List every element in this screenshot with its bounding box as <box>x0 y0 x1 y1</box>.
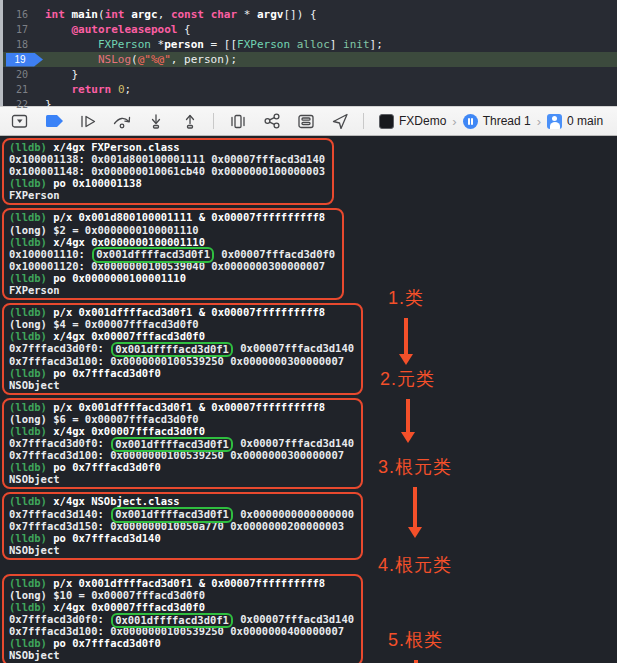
isa-highlight: 0x001dffffacd3d0f1 <box>111 437 233 453</box>
isa-highlight: 0x001dffffacd3d0f1 <box>111 613 233 629</box>
code-token: ( <box>131 53 138 66</box>
console-token: 0x00007fffacd3d140 <box>234 342 354 354</box>
console-token: FXPerson <box>9 284 60 296</box>
environment-overrides-icon[interactable] <box>295 112 316 130</box>
console-token: (long) $2 = 0x0000000100001110 <box>9 224 199 236</box>
code-token: , <box>158 8 171 21</box>
debug-console[interactable]: (lldb) x/4gx FXPerson.class0x100001138: … <box>0 136 617 663</box>
console-line: (lldb) po 0x7fffacd3d0f0 <box>9 637 354 649</box>
breadcrumb-thread-label: Thread 1 <box>483 114 531 128</box>
console-line: (lldb) p/x 0x001dffffacd3d0f1 & 0x00007f… <box>9 306 354 318</box>
console-token: (long) $6 = 0x00007fffacd3d0f0 <box>9 413 199 425</box>
console-token: (lldb) <box>9 401 53 413</box>
console-token: p/x 0x001dffffacd3d0f1 & 0x00007ffffffff… <box>53 577 325 589</box>
console-line: (lldb) po 0x100001138 <box>9 177 325 189</box>
console-line: 0x7fffacd3d0f0: 0x001dffffacd3d0f1 0x000… <box>9 437 354 449</box>
line-number: 20 <box>3 67 39 82</box>
code-token: return <box>72 83 112 96</box>
code-token <box>290 38 297 51</box>
console-token: (lldb) <box>9 330 53 342</box>
breadcrumb-frame[interactable]: 0 main <box>547 114 603 129</box>
console-line: (lldb) x/4gx NSObject.class <box>9 495 354 507</box>
console-token: po 0x7fffacd3d0f0 <box>53 367 160 379</box>
step-into-icon[interactable] <box>145 112 166 130</box>
code-line: 20 } <box>3 67 617 82</box>
console-token: (lldb) <box>9 177 53 189</box>
code-line: 22} <box>3 97 617 112</box>
code-token: NSLog <box>98 53 131 66</box>
console-token: NSObject <box>9 379 60 391</box>
console-line: (lldb) po 0x7fffacd3d0f0 <box>9 461 354 473</box>
console-line: (lldb) p/x 0x001dffffacd3d0f1 & 0x00007f… <box>9 401 354 413</box>
console-token: 0x100001148: 0x000000010061cb40 0x000000… <box>9 165 325 177</box>
console-token: NSObject <box>9 473 60 485</box>
code-token: ]; <box>370 38 383 51</box>
code-token: 0 <box>118 83 125 96</box>
code-token: FXPerson <box>237 38 290 51</box>
code-line: 1919 NSLog(@"%@", person); <box>3 52 617 67</box>
code-token: { <box>177 23 190 36</box>
console-token: 0x100001110: <box>9 248 91 260</box>
console-line: (lldb) po 0x0000000100001110 <box>9 272 335 284</box>
code-token <box>111 83 118 96</box>
code-token: * <box>151 38 164 51</box>
console-line: (long) $4 = 0x00007fffacd3d0f0 <box>9 318 354 330</box>
console-token: 0x7fffacd3d0f0: <box>9 437 110 449</box>
console-line: (lldb) x/4gx FXPerson.class <box>9 141 325 153</box>
code-token: = [[ <box>204 38 237 51</box>
code-token <box>45 38 98 51</box>
console-token: po 0x0000000100001110 <box>53 272 186 284</box>
console-line: FXPerson <box>9 189 325 201</box>
console-token: x/4gx FXPerson.class <box>53 141 179 153</box>
console-token: po 0x7fffacd3d0f0 <box>53 461 160 473</box>
continue-icon[interactable] <box>77 112 98 130</box>
console-token: 0x7fffacd3d0f0: <box>9 342 110 354</box>
code-editor[interactable]: 16int main(int argc, const char * argv[]… <box>0 0 617 106</box>
console-token: (lldb) <box>9 461 53 473</box>
code-token: @autoreleasepool <box>72 23 178 36</box>
debug-view-hierarchy-icon[interactable] <box>227 112 248 130</box>
person-icon <box>547 114 562 129</box>
breakpoint-marker[interactable]: 19 <box>6 53 43 67</box>
memory-graph-icon[interactable] <box>261 112 282 130</box>
console-token: (lldb) <box>9 141 53 153</box>
isa-highlight: 0x001dffffacd3d0f1 <box>92 247 214 263</box>
code-token: ; <box>125 83 132 96</box>
toolbar-separator <box>363 113 364 129</box>
isa-highlight: 0x001dffffacd3d0f1 <box>111 507 233 523</box>
lldb-block: (lldb) p/x 0x001d800100001111 & 0x00007f… <box>2 208 344 300</box>
console-token: (long) $10 = 0x00007fffacd3d0f0 <box>9 589 205 601</box>
step-over-icon[interactable] <box>111 112 132 130</box>
console-line: (lldb) x/4gx 0x00007fffacd3d0f0 <box>9 425 354 437</box>
code-token: int <box>105 8 125 21</box>
console-line: 0x7fffacd3d0f0: 0x001dffffacd3d0f1 0x000… <box>9 613 354 625</box>
console-token: (lldb) <box>9 601 53 613</box>
simulate-location-icon[interactable] <box>329 112 350 130</box>
console-token: (lldb) <box>9 425 53 437</box>
code-line: 18 FXPerson *person = [[FXPerson alloc] … <box>3 37 617 52</box>
code-text: NSLog(@"%@", person); <box>39 52 237 67</box>
code-token: []) { <box>284 8 317 21</box>
breadcrumb-thread[interactable]: Thread 1 <box>463 114 531 129</box>
breakpoints-toggle-icon[interactable] <box>43 112 64 130</box>
console-token: FXPerson <box>9 189 60 201</box>
breadcrumb-process[interactable]: FXDemo <box>379 114 446 129</box>
console-token: x/4gx 0x00007fffacd3d0f0 <box>53 330 205 342</box>
code-token: person <box>164 38 204 51</box>
console-token: (lldb) <box>9 211 53 223</box>
toolbar-separator <box>213 113 214 129</box>
console-line: NSObject <box>9 473 354 485</box>
console-line: 0x7fffacd3d0f0: 0x001dffffacd3d0f1 0x000… <box>9 342 354 354</box>
line-number: 16 <box>3 7 39 22</box>
code-token <box>45 23 72 36</box>
console-token: 0x00007fffacd3d140 <box>234 613 354 625</box>
console-line: 0x100001148: 0x000000010061cb40 0x000000… <box>9 165 325 177</box>
hide-debug-area-icon[interactable] <box>9 112 30 130</box>
console-line: (long) $10 = 0x00007fffacd3d0f0 <box>9 589 354 601</box>
step-out-icon[interactable] <box>179 112 200 130</box>
console-line: (lldb) po 0x7fffacd3d140 <box>9 532 354 544</box>
line-number: 18 <box>3 37 39 52</box>
code-token: init <box>343 38 370 51</box>
app-icon <box>379 114 394 129</box>
console-line: NSObject <box>9 544 354 556</box>
